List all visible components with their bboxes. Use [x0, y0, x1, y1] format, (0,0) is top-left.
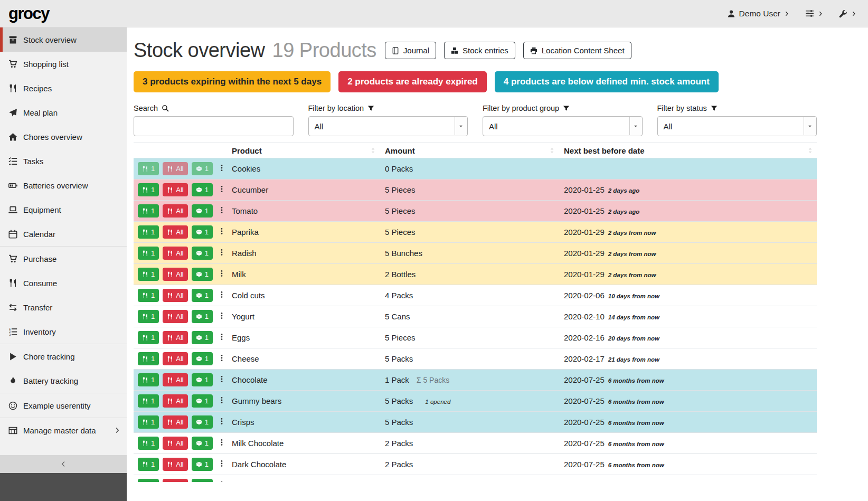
row-menu-button[interactable] [217, 289, 227, 302]
sidebar-item-meal-plan[interactable]: Meal plan [0, 100, 127, 125]
row-menu-button[interactable] [217, 225, 227, 239]
consume-all-button[interactable]: All [163, 415, 187, 429]
consume-all-button[interactable]: All [163, 225, 187, 239]
journal-button[interactable]: Journal [385, 42, 436, 59]
open-one-button[interactable]: 1 [192, 204, 213, 218]
row-menu-button[interactable] [217, 247, 227, 260]
consume-one-button[interactable]: 1 [138, 247, 159, 260]
row-menu-button[interactable] [217, 204, 227, 218]
open-one-button[interactable]: 1 [192, 289, 213, 302]
location-select[interactable]: All [308, 116, 468, 136]
consume-one-button[interactable]: 1 [138, 373, 159, 386]
row-menu-button[interactable] [217, 310, 227, 323]
row-menu-button[interactable] [217, 352, 227, 365]
sidebar-item-chore-tracking[interactable]: Chore tracking [0, 344, 127, 368]
open-one-button[interactable]: 1 [192, 331, 213, 344]
sidebar-item-purchase[interactable]: Purchase [0, 247, 127, 271]
consume-one-button[interactable]: 1 [138, 415, 159, 429]
row-menu-button[interactable] [217, 415, 227, 429]
consume-one-button[interactable]: 1 [138, 225, 159, 239]
open-one-button[interactable]: 1 [192, 310, 213, 323]
open-one-button[interactable]: 1 [192, 268, 213, 281]
open-one-button[interactable]: 1 [192, 352, 213, 365]
admin-menu[interactable] [839, 10, 856, 18]
consume-one-button[interactable]: 1 [138, 458, 159, 471]
sidebar-item-tasks[interactable]: Tasks [0, 149, 127, 173]
consume-all-button[interactable]: All [163, 310, 187, 323]
consume-all-button[interactable]: All [163, 162, 187, 175]
row-menu-button[interactable] [217, 373, 227, 386]
consume-one-button[interactable]: 1 [138, 331, 159, 344]
consume-one-button[interactable]: 1 [138, 310, 159, 323]
column-header-product[interactable]: Product [227, 143, 380, 158]
open-one-button[interactable]: 1 [192, 394, 213, 408]
sidebar-item-stock-overview[interactable]: Stock overview [0, 27, 127, 52]
sidebar-item-manage-master-data[interactable]: Manage master data [0, 418, 127, 442]
sidebar-item-transfer[interactable]: Transfer [0, 295, 127, 319]
consume-all-button[interactable]: All [163, 289, 187, 302]
expiring-soon-banner[interactable]: 3 products expiring within the next 5 da… [134, 71, 331, 92]
open-one-button[interactable]: 1 [192, 458, 213, 471]
below-min-stock-banner[interactable]: 4 products are below defined min. stock … [495, 71, 719, 92]
row-menu-button[interactable] [217, 437, 227, 450]
user-menu[interactable]: Demo User [727, 9, 789, 18]
sidebar-item-batteries-overview[interactable]: Batteries overview [0, 173, 127, 197]
sidebar-item-shopping-list[interactable]: Shopping list [0, 52, 127, 76]
consume-one-button[interactable]: 1 [138, 394, 159, 408]
expired-banner[interactable]: 2 products are already expired [338, 71, 487, 92]
consume-one-button[interactable]: 1 [138, 289, 159, 302]
product-group-select[interactable]: All [483, 116, 643, 136]
consume-all-button[interactable]: All [163, 204, 187, 218]
open-one-button[interactable]: 1 [192, 247, 213, 260]
open-one-button[interactable]: 1 [192, 183, 213, 196]
consume-all-button[interactable]: All [163, 437, 187, 450]
open-one-button[interactable]: 1 [192, 162, 213, 175]
consume-one-button[interactable]: 1 [138, 162, 159, 175]
row-menu-button[interactable] [217, 162, 227, 175]
stock-entries-button[interactable]: Stock entries [444, 42, 515, 59]
app-logo[interactable]: grocy [8, 4, 49, 23]
status-select[interactable]: All [657, 116, 817, 136]
column-header-next-best-before-date[interactable]: Next best before date [559, 143, 817, 158]
row-menu-button[interactable] [217, 331, 227, 344]
location-content-sheet-button[interactable]: Location Content Sheet [523, 42, 631, 59]
sidebar-item-recipes[interactable]: Recipes [0, 76, 127, 100]
settings-menu[interactable] [805, 9, 823, 18]
sidebar-item-example-userentity[interactable]: Example userentity [0, 393, 127, 418]
search-input[interactable] [134, 116, 294, 136]
consume-one-button[interactable]: 1 [138, 204, 159, 218]
open-one-button[interactable]: 1 [192, 479, 213, 482]
consume-all-button[interactable]: All [163, 268, 187, 281]
consume-all-button[interactable]: All [163, 394, 187, 408]
consume-all-button[interactable]: All [163, 352, 187, 365]
open-one-button[interactable]: 1 [192, 225, 213, 239]
sidebar-item-consume[interactable]: Consume [0, 271, 127, 295]
open-one-button[interactable]: 1 [192, 373, 213, 386]
consume-all-button[interactable]: All [163, 479, 187, 482]
row-menu-button[interactable] [217, 394, 227, 408]
utensils-icon [142, 440, 148, 447]
consume-one-button[interactable]: 1 [138, 352, 159, 365]
consume-all-button[interactable]: All [163, 458, 187, 471]
row-menu-button[interactable] [217, 458, 227, 471]
consume-one-button[interactable]: 1 [138, 183, 159, 196]
consume-all-button[interactable]: All [163, 373, 187, 386]
sidebar-item-equipment[interactable]: Equipment [0, 197, 127, 222]
row-menu-button[interactable] [217, 268, 227, 281]
column-header-amount[interactable]: Amount [380, 143, 559, 158]
open-one-button[interactable]: 1 [192, 415, 213, 429]
sidebar-collapse-button[interactable] [0, 455, 127, 473]
sidebar-item-chores-overview[interactable]: Chores overview [0, 125, 127, 149]
sidebar-item-calendar[interactable]: Calendar [0, 222, 127, 246]
row-menu-button[interactable] [217, 479, 227, 482]
consume-one-button[interactable]: 1 [138, 268, 159, 281]
consume-one-button[interactable]: 1 [138, 479, 159, 482]
consume-all-button[interactable]: All [163, 183, 187, 196]
consume-all-button[interactable]: All [163, 247, 187, 260]
consume-one-button[interactable]: 1 [138, 437, 159, 450]
open-one-button[interactable]: 1 [192, 437, 213, 450]
sidebar-item-battery-tracking[interactable]: Battery tracking [0, 368, 127, 393]
row-menu-button[interactable] [217, 183, 227, 196]
sidebar-item-inventory[interactable]: 123 Inventory [0, 319, 127, 344]
consume-all-button[interactable]: All [163, 331, 187, 344]
